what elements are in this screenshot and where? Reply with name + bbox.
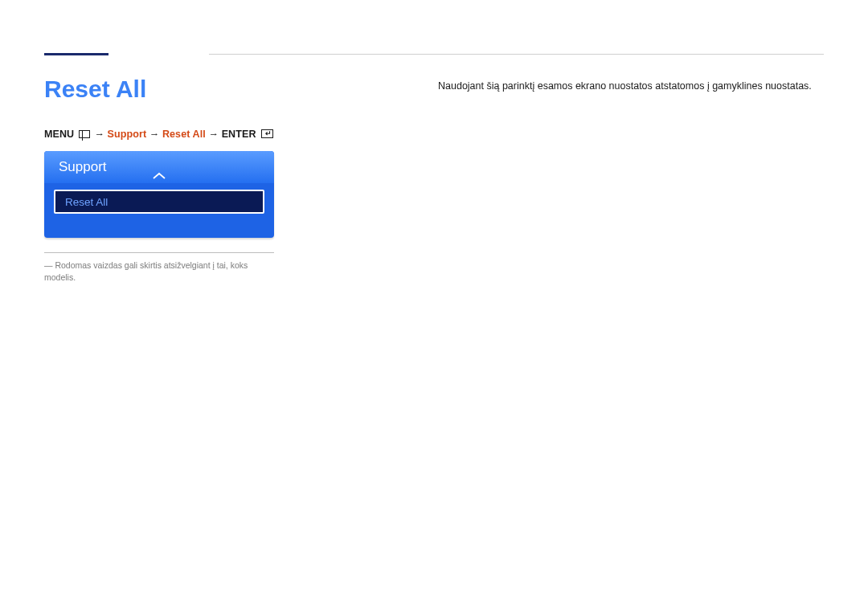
chevron-up-icon: [152, 172, 166, 180]
arrow-icon: →: [149, 129, 160, 140]
top-accent-bar: [44, 53, 108, 55]
menu-icon: [79, 130, 90, 138]
top-horizontal-rule: [209, 54, 824, 55]
menu-item-reset-all[interactable]: Reset All: [54, 190, 264, 214]
nav-reset-all-link: Reset All: [162, 129, 206, 140]
page-title: Reset All: [44, 76, 317, 103]
left-divider: [44, 252, 274, 253]
support-menu-panel: Support Reset All: [44, 151, 274, 238]
right-column: Naudojant šią parinktį esamos ekrano nuo…: [317, 72, 824, 94]
menu-header-support[interactable]: Support: [44, 151, 274, 183]
breadcrumb: MENU → Support → Reset All → ENTER: [44, 129, 317, 140]
footnote-text: Rodomas vaizdas gali skirtis atsižvelgia…: [44, 260, 277, 283]
enter-icon: [261, 129, 273, 138]
arrow-icon: →: [94, 129, 104, 140]
nav-menu-label: MENU: [44, 129, 74, 140]
menu-item-label: Reset All: [65, 196, 108, 208]
nav-support-link: Support: [108, 129, 147, 140]
description-text: Naudojant šią parinktį esamos ekrano nuo…: [438, 79, 824, 94]
left-column: Reset All MENU → Support → Reset All → E…: [44, 72, 317, 283]
nav-enter-label: ENTER: [222, 129, 256, 140]
content-wrapper: Reset All MENU → Support → Reset All → E…: [44, 72, 824, 283]
arrow-icon: →: [208, 129, 219, 140]
menu-header-label: Support: [59, 159, 107, 175]
